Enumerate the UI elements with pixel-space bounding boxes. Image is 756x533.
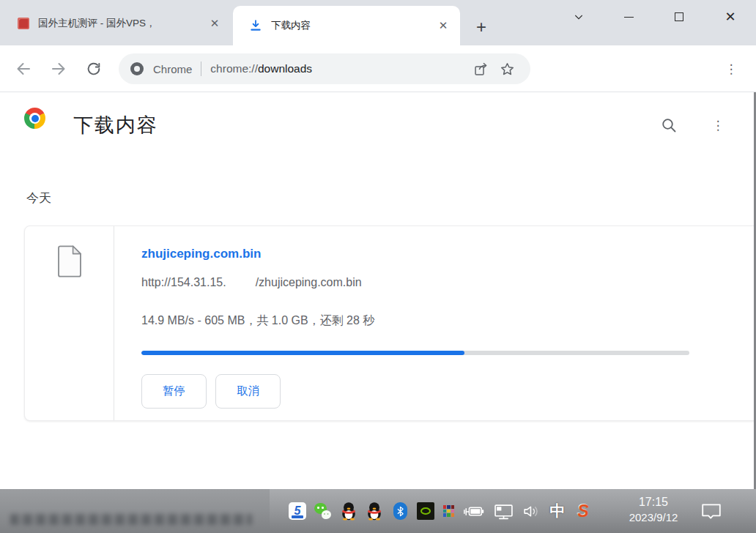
url-scheme: chrome:// (210, 62, 258, 75)
download-item-card: zhujiceping.com.bin http://154.31.15./zh… (24, 225, 756, 421)
tab-downloads[interactable]: 下载内容 ✕ (233, 6, 460, 45)
battery-plug-icon[interactable] (463, 502, 485, 520)
maximize-icon (675, 12, 683, 21)
nvidia-icon[interactable] (417, 502, 434, 520)
volume-icon[interactable] (522, 502, 541, 520)
window-close-button[interactable]: ✕ (715, 3, 746, 31)
download-filename-link[interactable]: zhujiceping.com.bin (141, 247, 261, 261)
tab-strip: 国外主机测评 - 国外VPS， ✕ 下载内容 ✕ + ✕ (0, 0, 756, 45)
forward-button[interactable] (45, 55, 73, 83)
url-path: downloads (258, 62, 312, 75)
chrome-logo-icon (24, 108, 45, 129)
download-status-text: 14.9 MB/s - 605 MB，共 1.0 GB，还剩 28 秒 (141, 313, 756, 329)
tab-close-icon[interactable]: ✕ (437, 19, 450, 32)
color-grid-icon[interactable] (442, 502, 455, 520)
generic-file-icon (55, 245, 84, 278)
tab-close-icon[interactable]: ✕ (208, 17, 221, 30)
ime-chinese-icon[interactable]: 中 (549, 502, 566, 520)
download-item-details: zhujiceping.com.bin http://154.31.15./zh… (114, 226, 756, 420)
cancel-button[interactable]: 取消 (215, 374, 281, 409)
window-minimize-button[interactable] (613, 3, 644, 31)
date-group-label: 今天 (26, 190, 51, 206)
search-downloads-icon[interactable] (657, 113, 681, 137)
downloads-page: 下载内容 ⋮ 今天 zhujiceping.com.bin http://154… (0, 92, 756, 489)
red-seal-favicon-icon (18, 18, 29, 29)
download-actions: 暂停 取消 (141, 374, 756, 409)
chrome-page-icon (130, 62, 144, 75)
clock-time: 17:15 (617, 496, 690, 509)
minimize-icon (624, 17, 634, 18)
browser-window: 国外主机测评 - 国外VPS， ✕ 下载内容 ✕ + ✕ (0, 0, 756, 533)
share-icon[interactable] (467, 56, 494, 82)
file-icon-column (25, 226, 114, 420)
download-progress-bar (141, 351, 689, 355)
close-icon: ✕ (724, 9, 735, 25)
page-title: 下载内容 (73, 112, 158, 138)
windows-taskbar: 5 中 (0, 489, 756, 533)
new-tab-button[interactable]: + (471, 17, 492, 37)
progress-fill (141, 351, 464, 355)
browser-toolbar: Chrome chrome://downloads ⋮ (0, 45, 756, 92)
reload-button[interactable] (80, 55, 108, 83)
download-progress-icon (249, 19, 262, 32)
tab-title: 国外主机测评 - 国外VPS， (38, 17, 208, 30)
blurred-region (0, 489, 270, 533)
display-network-icon[interactable] (493, 502, 514, 520)
tab-search-chevron-icon[interactable] (563, 3, 594, 31)
tab-hostreview-site[interactable]: 国外主机测评 - 国外VPS， ✕ (7, 9, 227, 38)
five-browser-icon[interactable]: 5 (289, 502, 306, 520)
wechat-icon[interactable] (314, 502, 332, 520)
clock-date: 2023/9/12 (617, 511, 690, 523)
qq-icon[interactable] (366, 502, 383, 520)
window-maximize-button[interactable] (664, 3, 694, 31)
bluetooth-icon[interactable] (391, 502, 409, 520)
pause-button[interactable]: 暂停 (141, 374, 207, 409)
downloads-menu-icon[interactable]: ⋮ (706, 113, 730, 137)
bookmark-star-icon[interactable] (494, 56, 520, 82)
system-tray: 5 中 (289, 489, 592, 533)
address-separator (201, 61, 201, 76)
download-source-url: http://154.31.15./zhujiceping.com.bin (141, 276, 756, 289)
action-center-icon[interactable] (700, 502, 723, 522)
sogou-icon[interactable]: S (574, 502, 592, 520)
taskbar-clock[interactable]: 17:15 2023/9/12 (617, 489, 690, 533)
back-button[interactable] (10, 55, 37, 83)
blurred-watermark-text (10, 514, 252, 525)
address-site-label: Chrome (153, 63, 192, 75)
address-bar[interactable]: Chrome chrome://downloads (119, 53, 530, 84)
qq-icon[interactable] (340, 502, 357, 520)
tab-title: 下载内容 (271, 19, 437, 32)
browser-menu-icon[interactable]: ⋮ (719, 57, 743, 81)
